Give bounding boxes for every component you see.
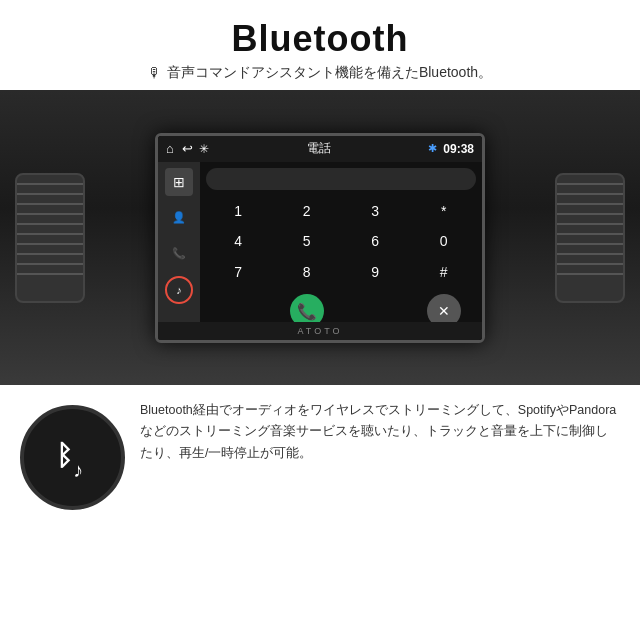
dial-4[interactable]: 4 [206, 228, 271, 255]
car-screen: ⌂ ↩ ✳ 電話 ✱ 09:38 ⊞ 👤 📞 ♪ 1 2 3 [155, 133, 485, 343]
dial-2[interactable]: 2 [275, 198, 340, 225]
dial-hash[interactable]: # [412, 259, 477, 286]
dial-3[interactable]: 3 [343, 198, 408, 225]
bluetooth-status-icon: ✱ [428, 142, 437, 155]
bt-music-svg: ᛒ ♪ [48, 433, 98, 483]
dial-6[interactable]: 6 [343, 228, 408, 255]
phone-display [206, 168, 476, 190]
phone-label: 電話 [215, 140, 422, 157]
screen-bottom-bar: ATOTO [158, 322, 482, 340]
status-time: 09:38 [443, 142, 474, 156]
dial-9[interactable]: 9 [343, 259, 408, 286]
sidebar-music-icon[interactable]: ♪ [165, 276, 193, 304]
dialpad-grid: 1 2 3 * 4 5 6 0 7 8 9 # 📞 ✕ [206, 198, 476, 334]
dialpad-area: 1 2 3 * 4 5 6 0 7 8 9 # 📞 ✕ [200, 162, 482, 340]
mic-icon: 🎙 [148, 65, 162, 81]
home-icon[interactable]: ⌂ [166, 141, 174, 156]
left-vent [15, 173, 85, 303]
right-vent [555, 173, 625, 303]
header-subtitle: 🎙 音声コマンドアシスタント機能を備えたBluetooth。 [20, 64, 620, 82]
dial-5[interactable]: 5 [275, 228, 340, 255]
brightness-icon[interactable]: ✳ [199, 142, 209, 156]
dial-1[interactable]: 1 [206, 198, 271, 225]
car-image-section: ⌂ ↩ ✳ 電話 ✱ 09:38 ⊞ 👤 📞 ♪ 1 2 3 [0, 90, 640, 385]
bluetooth-music-icon: ᛒ ♪ [20, 405, 125, 510]
description-text: Bluetooth経由でオーディオをワイヤレスでストリーミングして、Spotif… [140, 400, 620, 464]
status-bar: ⌂ ↩ ✳ 電話 ✱ 09:38 [158, 136, 482, 162]
subtitle-text: 音声コマンドアシスタント機能を備えたBluetooth。 [167, 64, 492, 82]
sidebar-call-icon[interactable]: 📞 [165, 240, 193, 268]
page-title: Bluetooth [20, 18, 620, 60]
sidebar-contacts-icon[interactable]: 👤 [165, 204, 193, 232]
bottom-section: ᛒ ♪ Bluetooth経由でオーディオをワイヤレスでストリーミングして、Sp… [0, 385, 640, 575]
brand-logo: ATOTO [297, 326, 342, 336]
app-sidebar: ⊞ 👤 📞 ♪ [158, 162, 200, 340]
sidebar-home-icon[interactable]: ⊞ [165, 168, 193, 196]
dial-8[interactable]: 8 [275, 259, 340, 286]
back-icon[interactable]: ↩ [182, 141, 193, 156]
dial-0[interactable]: 0 [412, 228, 477, 255]
dial-7[interactable]: 7 [206, 259, 271, 286]
dial-star[interactable]: * [412, 198, 477, 225]
phone-app: ⊞ 👤 📞 ♪ 1 2 3 * 4 5 6 0 7 8 [158, 162, 482, 340]
svg-text:ᛒ: ᛒ [56, 440, 73, 471]
svg-text:♪: ♪ [73, 459, 83, 481]
header-section: Bluetooth 🎙 音声コマンドアシスタント機能を備えたBluetooth。 [0, 0, 640, 90]
